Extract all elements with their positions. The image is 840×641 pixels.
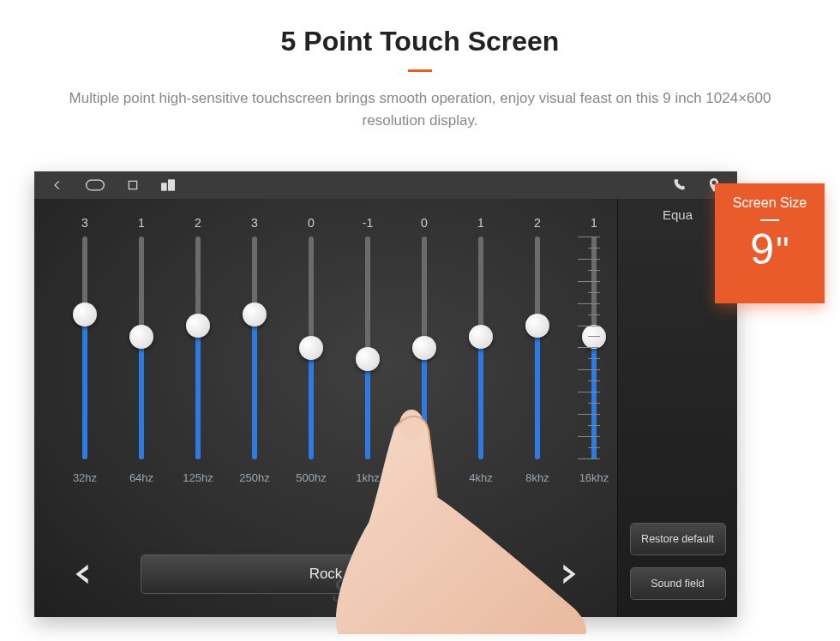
eq-slider-thumb[interactable] [412, 336, 436, 360]
eq-slider-fill [82, 315, 87, 459]
eq-slider-fill [535, 326, 540, 459]
eq-slider-freq-label: 2khz [412, 471, 435, 484]
eq-slider-freq-label: 500hz [296, 471, 326, 484]
eq-slider-thumb[interactable] [525, 314, 549, 338]
preset-next-button[interactable] [545, 551, 591, 597]
eq-slider-value: 1 [138, 216, 145, 231]
eq-slider-thumb[interactable] [73, 303, 97, 326]
eq-slider[interactable]: 164hz [117, 216, 166, 484]
eq-slider-value: -1 [363, 216, 373, 231]
eq-slider-track[interactable] [422, 237, 427, 459]
svg-rect-3 [168, 179, 175, 190]
recent-icon[interactable] [127, 179, 139, 191]
eq-slider-freq-label: 1khz [356, 471, 379, 484]
svg-rect-1 [129, 181, 136, 189]
badge-value: 9" [750, 228, 789, 271]
screen-size-badge: Screen Size 9" [715, 183, 825, 303]
sound-field-button[interactable]: Sound field [630, 567, 726, 600]
android-status-bar [34, 171, 737, 199]
eq-slider-value: 2 [195, 216, 201, 231]
svg-rect-2 [161, 183, 167, 190]
eq-slider-value: 3 [251, 216, 258, 231]
restore-default-button[interactable]: Restore default [630, 523, 726, 555]
eq-slider-thumb[interactable] [243, 303, 267, 326]
eq-slider-track[interactable] [365, 237, 370, 459]
eq-slider[interactable]: 3250hz [230, 216, 279, 484]
eq-slider-freq-label: 250hz [239, 471, 269, 484]
eq-slider-fill [195, 326, 201, 459]
eq-slider-freq-label: 64hz [129, 471, 153, 484]
eq-slider-value: 1 [591, 216, 597, 231]
eq-slider-freq-label: 4khz [469, 471, 492, 484]
eq-slider-thumb[interactable] [356, 347, 380, 371]
page-subtitle: Multiple point high-sensitive touchscree… [51, 87, 789, 131]
eq-slider-thumb[interactable] [186, 314, 210, 338]
eq-slider-fill [478, 337, 483, 459]
eq-slider[interactable]: -11khz [343, 216, 393, 484]
equalizer-panel: 332hz164hz2125hz3250hz0500hz-11khz02khz1… [34, 199, 737, 617]
eq-slider-track[interactable] [478, 237, 483, 459]
eq-slider[interactable]: 0500hz [286, 216, 336, 484]
eq-slider-value: 1 [477, 216, 484, 231]
eq-slider-freq-label: 32hz [73, 471, 97, 484]
eq-slider[interactable]: 28khz [513, 216, 562, 484]
eq-slider-thumb[interactable] [469, 325, 493, 349]
eq-slider-fill [139, 337, 144, 459]
eq-slider[interactable]: 2125hz [173, 216, 223, 484]
eq-slider-track[interactable] [139, 237, 144, 459]
eq-slider-thumb[interactable] [299, 336, 323, 360]
eq-slider-track[interactable] [82, 237, 87, 459]
eq-slider-freq-label: 16khz [579, 471, 609, 484]
eq-scale-ruler [578, 237, 600, 459]
eq-slider-track[interactable] [195, 237, 201, 459]
badge-divider [760, 219, 779, 221]
eq-slider-fill [365, 359, 370, 459]
eq-slider[interactable]: 332hz [60, 216, 110, 484]
eq-slider-fill [422, 348, 427, 459]
eq-sliders: 332hz164hz2125hz3250hz0500hz-11khz02khz1… [60, 216, 619, 484]
badge-title: Screen Size [733, 195, 807, 211]
back-icon[interactable] [51, 179, 63, 191]
eq-mode-label: Equa [663, 207, 693, 222]
eq-slider-track[interactable] [252, 237, 257, 459]
save-icon[interactable] [161, 179, 175, 191]
eq-slider-thumb[interactable] [129, 325, 153, 349]
eq-slider[interactable]: 02khz [399, 216, 449, 484]
eq-slider-fill [252, 315, 257, 459]
preset-selector: Rock [60, 548, 591, 600]
eq-slider-freq-label: 125hz [183, 471, 213, 484]
preset-prev-button[interactable] [60, 551, 106, 597]
svg-rect-0 [87, 180, 105, 190]
title-divider [408, 69, 432, 72]
eq-slider[interactable]: 14khz [456, 216, 506, 484]
eq-slider-track[interactable] [309, 237, 314, 459]
eq-slider-value: 0 [308, 216, 315, 231]
eq-slider-freq-label: 8khz [525, 471, 549, 484]
phone-icon[interactable] [672, 178, 686, 192]
device-screenshot: 332hz164hz2125hz3250hz0500hz-11khz02khz1… [34, 171, 737, 617]
eq-slider-value: 3 [81, 216, 88, 231]
eq-slider-track[interactable] [535, 237, 540, 459]
page-title: 5 Point Touch Screen [0, 26, 840, 57]
eq-slider-value: 2 [534, 216, 541, 231]
eq-slider-value: 0 [421, 216, 428, 231]
preset-name-display[interactable]: Rock [141, 554, 511, 594]
home-icon[interactable] [86, 179, 105, 191]
eq-slider-fill [309, 348, 314, 459]
